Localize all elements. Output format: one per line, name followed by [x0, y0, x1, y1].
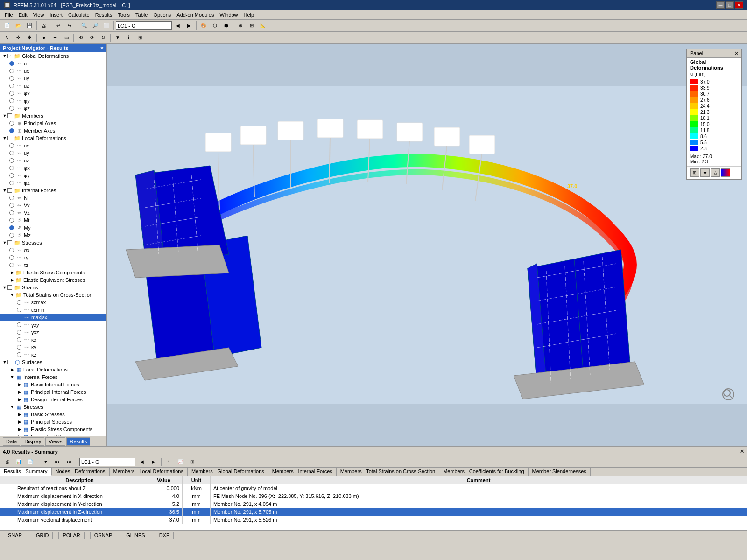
radio-uy[interactable] — [9, 76, 14, 81]
expand-members[interactable]: ▼ — [2, 113, 7, 119]
tb2-surface[interactable]: ▭ — [61, 33, 71, 43]
expand-total-strains[interactable]: ▼ — [9, 292, 15, 298]
vp-tb-star[interactable]: ★ — [700, 168, 710, 177]
vp-tb-tri[interactable]: △ — [711, 168, 720, 177]
panel-close[interactable]: ✕ — [100, 46, 104, 51]
tree-item-phiy[interactable]: 〰φy — [0, 97, 106, 105]
table-row-1[interactable]: Resultant of reactions about Z 0.000 kNm… — [0, 484, 747, 492]
tree-loc-uz[interactable]: 〰uz — [0, 157, 106, 164]
tree-basic-int-forces[interactable]: ▶▦Basic Internal Forces — [0, 381, 106, 388]
tree-global-deformations[interactable]: ▼ ✓ 📁 Global Deformations — [0, 52, 106, 60]
radio-Mz[interactable] — [9, 233, 14, 238]
tree-exmin[interactable]: 〰εxmin — [0, 306, 106, 314]
tab-results-summary[interactable]: Results - Summary — [0, 468, 52, 476]
tree-surfaces[interactable]: ▼ ⬡ Surfaces — [0, 358, 106, 366]
tb-next[interactable]: ▶ — [184, 21, 194, 31]
tree-surf-local-def[interactable]: ▶▦Local Deformations — [0, 366, 106, 373]
tree-gxy[interactable]: 〰γxy — [0, 321, 106, 329]
res-tb-prev[interactable]: ◀ — [137, 457, 147, 467]
menu-addon[interactable]: Add-on Modules — [174, 11, 217, 19]
res-lc-input[interactable]: LC1 - G — [79, 458, 135, 466]
table-row-3[interactable]: Maximum displacement in Y-direction 5.2 … — [0, 500, 747, 508]
tree-stresses[interactable]: ▼ 📁 Stresses — [0, 239, 106, 246]
res-tb-next[interactable]: ▶ — [148, 457, 159, 467]
expand-elastic-stress[interactable]: ▶ — [9, 270, 15, 275]
expand-pif[interactable]: ▶ — [17, 389, 22, 395]
tb-zoom-fit[interactable]: ⬜ — [101, 21, 112, 31]
radio-Vz[interactable] — [9, 210, 14, 215]
tb2-rot-y[interactable]: ⟳ — [87, 33, 97, 43]
tree-item-uy[interactable]: 〰uy — [0, 75, 106, 82]
tree-elastic-stress[interactable]: ▶📁Elastic Stress Components — [0, 269, 106, 276]
tb2-info[interactable]: ℹ — [124, 33, 134, 43]
viewport[interactable]: 37.0 Panel ✕ Global Deformations u [mm] — [107, 44, 747, 446]
tree-item-uz[interactable]: 〰uz — [0, 82, 106, 90]
tree-sx[interactable]: 〰σx — [0, 246, 106, 254]
radio-loc-phiy[interactable] — [9, 173, 14, 178]
status-dxf[interactable]: DXF — [155, 532, 174, 539]
tree-surf-int-forces[interactable]: ▼▦Internal Forces — [0, 373, 106, 381]
tb-print[interactable]: 🖨 — [39, 21, 49, 31]
radio-loc-phix[interactable] — [9, 166, 14, 170]
tree-ky[interactable]: 〰κy — [0, 343, 106, 351]
tree-Mz[interactable]: ↺Mz — [0, 231, 106, 239]
tree-exmax[interactable]: 〰εxmax — [0, 299, 106, 306]
check-members[interactable] — [7, 113, 12, 118]
tb2-axes[interactable]: ⊞ — [135, 33, 145, 43]
menu-tools[interactable]: Tools — [115, 11, 133, 19]
table-row-5[interactable]: Maximum vectorial displacement 37.0 mm M… — [0, 516, 747, 524]
tb-wire[interactable]: ⬡ — [210, 21, 220, 31]
tb2-node[interactable]: ● — [39, 33, 49, 43]
radio-phiy[interactable] — [9, 98, 14, 103]
radio-gxy[interactable] — [17, 322, 21, 327]
tree-elastic-stress-comps[interactable]: ▶▦Elastic Stress Components — [0, 426, 106, 433]
tab-nodes-deform[interactable]: Nodes - Deformations — [52, 468, 110, 476]
radio-phix[interactable] — [9, 91, 14, 96]
tab-members-strains[interactable]: Members - Total Strains on Cross-Section — [337, 468, 439, 476]
tree-Vz[interactable]: ⇔Vz — [0, 209, 106, 217]
tb-undo[interactable]: ↩ — [53, 21, 63, 31]
res-tb-chart[interactable]: 📈 — [176, 457, 186, 467]
tb-redo[interactable]: ↪ — [64, 21, 75, 31]
status-grid[interactable]: GRID — [32, 532, 53, 539]
expand-bs[interactable]: ▶ — [17, 412, 22, 417]
expand-ps[interactable]: ▶ — [17, 419, 22, 425]
radio-sx[interactable] — [9, 248, 14, 252]
tree-My[interactable]: ↺My — [0, 224, 106, 231]
res-tb-print[interactable]: 🖨 — [2, 457, 12, 467]
expand-stresses[interactable]: ▼ — [2, 240, 7, 245]
tb-save[interactable]: 💾 — [24, 21, 35, 31]
tree-ty[interactable]: 〰τy — [0, 254, 106, 261]
tab-members-buckling[interactable]: Members - Coefficients for Buckling — [439, 468, 528, 476]
tb-iso[interactable]: ⬢ — [221, 21, 231, 31]
tree-N[interactable]: ⇔N — [0, 194, 106, 202]
tab-members-int-forces[interactable]: Members - Internal Forces — [268, 468, 337, 476]
tb2-filter[interactable]: ▼ — [113, 33, 123, 43]
tree-members[interactable]: ▼ 📁 Members — [0, 112, 106, 119]
tree-loc-phiy[interactable]: 〰φy — [0, 172, 106, 179]
tree-loc-phiz[interactable]: 〰φz — [0, 179, 106, 187]
radio-exmin[interactable] — [17, 308, 21, 312]
status-glines[interactable]: GLINES — [122, 532, 149, 539]
tree-principal-axes[interactable]: ⊕Principal Axes — [0, 119, 106, 127]
radio-loc-uz[interactable] — [9, 158, 14, 163]
results-close[interactable]: ✕ — [740, 448, 744, 455]
menu-calculate[interactable]: Calculate — [65, 11, 92, 19]
radio-pa[interactable] — [9, 121, 14, 126]
expand-bif[interactable]: ▶ — [17, 382, 22, 387]
res-tb-table[interactable]: ⊞ — [187, 457, 197, 467]
menu-help[interactable]: Help — [241, 11, 257, 19]
table-row-2[interactable]: Maximum displacement in X-direction -4.0… — [0, 492, 747, 500]
tb2-cross[interactable]: ✛ — [13, 33, 23, 43]
menu-edit[interactable]: Edit — [16, 11, 30, 19]
menu-file[interactable]: File — [2, 11, 16, 19]
tb2-rot-x[interactable]: ⟲ — [76, 33, 86, 43]
nav-data[interactable]: Data — [3, 437, 20, 446]
menu-view[interactable]: View — [30, 11, 47, 19]
tb2-arrow[interactable]: ↖ — [2, 33, 12, 43]
expand-strains[interactable]: ▼ — [2, 285, 7, 290]
tree-elastic-equiv[interactable]: ▶📁Elastic Equivalent Stresses — [0, 276, 106, 284]
radio-Vy[interactable] — [9, 203, 14, 208]
expand-surf-local-def[interactable]: ▶ — [9, 367, 15, 372]
minimize-button[interactable]: — — [716, 1, 725, 9]
